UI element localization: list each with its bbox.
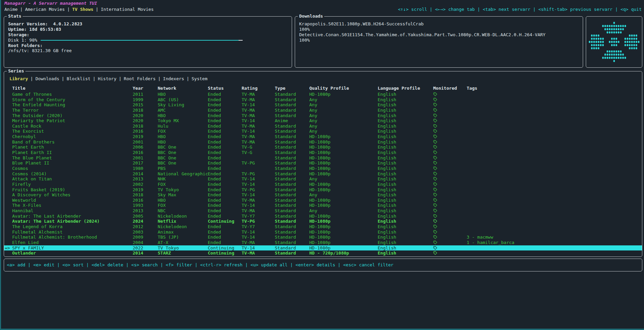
download-item-name[interactable]: Krapopolis.S02E11.1080p.WEB.H264-Success… bbox=[299, 21, 579, 27]
cell-quality-profile: HD-1080p bbox=[309, 139, 378, 145]
servarr-tab-international-movies[interactable]: International Movies bbox=[101, 7, 154, 12]
bookmark-icon bbox=[433, 219, 437, 223]
cell-title: Outlander bbox=[12, 250, 133, 256]
table-row[interactable]: Planet Earth II2016BBC OneEndedTV-GStand… bbox=[4, 150, 642, 155]
table-row[interactable]: Outlander2014STARZContinuingTV-MAStandar… bbox=[4, 250, 642, 256]
stats-panel-title: Stats bbox=[7, 14, 23, 19]
cell-type: Standard bbox=[275, 203, 309, 208]
cell-rating: TV-MA bbox=[242, 108, 275, 113]
cell-year: 2013 bbox=[133, 208, 158, 214]
table-row[interactable]: A Discovery of Witches2018Sky MaxEndedTV… bbox=[4, 192, 642, 198]
table-row[interactable]: Elfen Lied2004AT-XEndedTV-MAStandardHD-1… bbox=[4, 240, 642, 245]
cell-network: Tokyo MX bbox=[158, 118, 208, 124]
cell-network: BBC One bbox=[158, 145, 208, 150]
table-row[interactable]: Fruits Basket (2019)2019TV TokyoEndedTV-… bbox=[4, 187, 642, 193]
cell-year: 2012 bbox=[133, 224, 158, 229]
cell-monitored bbox=[432, 139, 467, 145]
cell-type: Standard bbox=[275, 182, 309, 187]
table-row[interactable]: Fullmetal Alchemist2003AnimaxEndedTV-14S… bbox=[4, 229, 642, 235]
cell-year: 2014 bbox=[133, 171, 158, 177]
table-row[interactable]: The Legend of Korra2012NickelodeonEndedT… bbox=[4, 224, 642, 229]
cell-status: Ended bbox=[208, 118, 242, 124]
bookmark-icon bbox=[433, 166, 437, 171]
cell-type: Standard bbox=[275, 198, 309, 203]
cell-tags bbox=[467, 118, 642, 124]
servarr-tab-tv-shows[interactable]: TV Shows bbox=[72, 7, 93, 12]
column-header-title[interactable]: Title bbox=[12, 86, 133, 91]
column-header-year[interactable]: Year bbox=[133, 86, 158, 91]
cell-monitored bbox=[432, 229, 467, 235]
table-row[interactable]: Westworld2016HBOEndedTV-MAStandardHD-108… bbox=[4, 198, 642, 203]
row-selection-marker bbox=[4, 129, 12, 134]
cell-quality-profile: HD-1080p bbox=[309, 235, 378, 240]
cell-monitored bbox=[432, 208, 467, 214]
series-tab-downloads[interactable]: Downloads bbox=[36, 76, 59, 81]
cell-status: Ended bbox=[208, 187, 242, 193]
table-row[interactable]: Firefly2002FOXEndedTV-14StandardHD-1080p… bbox=[4, 182, 642, 187]
table-row[interactable]: The Blue Planet2001BBC OneEndedStandardH… bbox=[4, 155, 642, 161]
table-row[interactable]: Chernobyl2019HBOEndedTV-MAStandardHD-108… bbox=[4, 134, 642, 139]
series-tab-history[interactable]: History bbox=[98, 76, 116, 81]
series-tab-blocklist[interactable]: Blocklist bbox=[67, 76, 90, 81]
downloads-list: Krapopolis.S02E11.1080p.WEB.H264-Success… bbox=[299, 21, 579, 43]
cell-year: 2002 bbox=[133, 182, 158, 187]
cell-quality-profile: HD - 720p/1080p bbox=[309, 250, 378, 256]
table-row[interactable]: Avatar: The Last Airbender (2024)2024Net… bbox=[4, 219, 642, 224]
table-row[interactable]: Cosmos (2014)2014National GeographicEnde… bbox=[4, 171, 642, 177]
series-tab-indexers[interactable]: Indexers bbox=[163, 76, 184, 81]
storage-label: Storage: bbox=[8, 32, 288, 38]
cell-tags bbox=[467, 134, 642, 139]
column-header-language-profile[interactable]: Language Profile bbox=[378, 86, 432, 91]
cell-network: TV Tokyo bbox=[158, 187, 208, 193]
cell-rating: TV-PG bbox=[242, 219, 275, 224]
cell-type: Standard bbox=[275, 187, 309, 193]
cell-language-profile: English bbox=[378, 171, 432, 177]
disk-usage-label: Disk 1: 98% bbox=[8, 38, 37, 43]
cell-year: 2011 bbox=[133, 92, 158, 97]
table-row[interactable]: Band of Brothers2001HBOEndedTV-MAStandar… bbox=[4, 139, 642, 145]
table-row[interactable]: =>SPY x FAMILY2022TV TokyoContinuingTV-1… bbox=[4, 245, 642, 251]
cell-tags bbox=[467, 150, 642, 155]
table-row[interactable]: Castle Rock2018HuluEndedTV-MAStandardAny… bbox=[4, 124, 642, 129]
table-row[interactable]: Cosmos1980PBSEndedStandardHD-1080pEnglis… bbox=[4, 166, 642, 171]
series-tab-library[interactable]: Library bbox=[9, 76, 28, 81]
cell-quality-profile: HD-1080p bbox=[309, 219, 378, 224]
servarr-tab-anime[interactable]: Anime bbox=[4, 7, 18, 12]
cell-rating: TV-MA bbox=[242, 198, 275, 203]
download-item-name[interactable]: Detective.Conan.S01E1154.The.Yamahime.of… bbox=[299, 32, 579, 38]
table-row[interactable]: Attack on Titan2013NHKEndedTV-14Standard… bbox=[4, 176, 642, 182]
table-row[interactable]: Avatar: The Last Airbender2005Nickelodeo… bbox=[4, 214, 642, 219]
table-row[interactable]: Moriarty the Patriot2020Tokyo MXEndedTV-… bbox=[4, 118, 642, 124]
table-row[interactable]: Storm of the Century1999ABC (US)EndedTV-… bbox=[4, 97, 642, 103]
table-row[interactable]: The Outsider (2020)2020HBOEndedTV-MAStan… bbox=[4, 113, 642, 118]
cell-quality-profile: HD-1080p bbox=[309, 145, 378, 150]
table-row[interactable]: The X-Files1993FOXEndedTV-14StandardHD-1… bbox=[4, 203, 642, 208]
column-header-tags[interactable]: Tags bbox=[467, 86, 642, 91]
column-header-network[interactable]: Network bbox=[158, 86, 208, 91]
column-header-type[interactable]: Type bbox=[275, 86, 309, 91]
series-tab-root-folders[interactable]: Root Folders bbox=[124, 76, 156, 81]
managarr-logo bbox=[589, 21, 640, 63]
table-row[interactable]: The Terror2018AMCEndedTV-MAStandardAnyEn… bbox=[4, 108, 642, 113]
column-header-rating[interactable]: Rating bbox=[242, 86, 275, 91]
table-row[interactable]: Hannibal2013NBCEndedTV-MAStandardAnyEngl… bbox=[4, 208, 642, 214]
table-row[interactable]: Fullmetal Alchemist: Brotherhood2009TBS … bbox=[4, 235, 642, 240]
table-row[interactable]: Game of Thrones2011HBOEndedTV-MAStandard… bbox=[4, 92, 642, 97]
cell-network: AMC bbox=[158, 108, 208, 113]
column-header-monitored[interactable]: Monitored bbox=[432, 86, 467, 91]
cell-year: 2019 bbox=[133, 134, 158, 139]
series-tab-system[interactable]: System bbox=[192, 76, 207, 81]
cell-title: Band of Brothers bbox=[12, 139, 133, 145]
table-row[interactable]: Blue Planet II2017BBC OneEndedTV-PGStand… bbox=[4, 160, 642, 166]
row-selection-marker bbox=[4, 235, 12, 240]
column-header-status[interactable]: Status bbox=[208, 86, 242, 91]
table-row[interactable]: Planet Earth2006BBC OneEndedTV-GStandard… bbox=[4, 145, 642, 150]
table-row[interactable]: The Enfield Haunting2015Sky LivingEndedT… bbox=[4, 102, 642, 108]
column-header-quality-profile[interactable]: Quality Profile bbox=[309, 86, 378, 91]
servarr-tab-american-movies[interactable]: American Movies bbox=[25, 7, 65, 12]
cell-language-profile: English bbox=[378, 235, 432, 240]
cell-quality-profile: HD-1080p bbox=[309, 182, 378, 187]
table-row[interactable]: The Exorcist2016FOXEndedTV-14StandardAny… bbox=[4, 129, 642, 134]
cell-year: 2018 bbox=[133, 124, 158, 129]
cell-language-profile: English bbox=[378, 192, 432, 198]
